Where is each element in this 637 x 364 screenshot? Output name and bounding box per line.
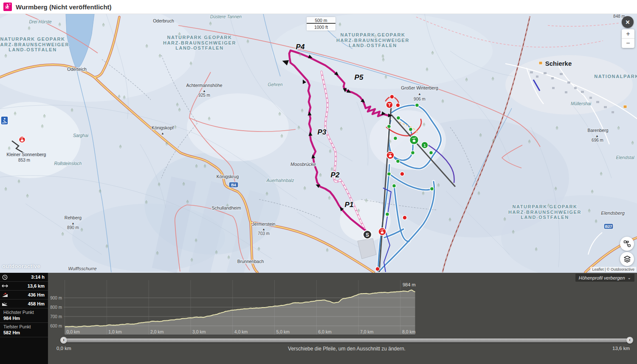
highest-point-value: 984 Hm [3, 316, 45, 321]
tbar-lift-icon [386, 101, 393, 108]
svg-text:Gehren: Gehren [268, 82, 282, 87]
svg-text:925 m: 925 m [198, 93, 210, 98]
svg-text:853 m: 853 m [18, 158, 30, 162]
svg-text:703 m: 703 m [258, 231, 270, 236]
svg-text:Schullandheim: Schullandheim [212, 205, 241, 210]
zoom-out-button[interactable]: − [622, 39, 634, 48]
distance-stat: 13,6 km [0, 282, 48, 291]
svg-text:Rollsteinsloch: Rollsteinsloch [54, 161, 82, 166]
svg-text:Oderbruch: Oderbruch [153, 18, 174, 23]
distance-value: 13,6 km [9, 283, 48, 288]
svg-text:696 m: 696 m [592, 138, 603, 143]
svg-text:P5: P5 [355, 73, 364, 81]
winter-hiking-icon: ✳ [3, 3, 12, 11]
layers-icon [623, 255, 631, 263]
svg-text:906 m: 906 m [414, 97, 426, 101]
svg-text:Schierke: Schierke [545, 60, 572, 67]
profile-toggle-button[interactable]: Höhenprofil verbergen ⌄ [575, 274, 634, 282]
descent-stat: 458 Hm [0, 300, 48, 308]
minus-icon: − [626, 39, 630, 47]
svg-text:P1: P1 [345, 201, 354, 209]
svg-text:Kleiner Sonnenberg: Kleiner Sonnenberg [7, 152, 46, 157]
svg-text:B27: B27 [605, 224, 612, 229]
range-slider-zone: › ‹ 0,0 km Verschiebe die Pfeile, um den… [0, 336, 637, 362]
svg-text:Barenberg: Barenberg [587, 128, 608, 133]
range-slider-track[interactable]: › ‹ [64, 339, 630, 342]
terrain-shading [0, 14, 637, 273]
route-icon [623, 240, 631, 248]
map-container: 1 S NATURPARK GEOPARKHARZ-BRAUNSCHWEIGER… [0, 14, 637, 273]
duration-stat: 3:14 h [0, 273, 48, 282]
descent-icon [0, 302, 9, 306]
slider-handle-left[interactable]: › [60, 337, 67, 344]
route-tools-button[interactable] [620, 237, 634, 251]
svg-text:Achtermannshöhe: Achtermannshöhe [186, 83, 222, 88]
svg-text:Elendstal: Elendstal [616, 155, 634, 160]
highest-point-label: Höchster Punkt [3, 310, 45, 315]
svg-text:7,0 km: 7,0 km [360, 329, 374, 334]
svg-text:▲: ▲ [161, 132, 164, 135]
close-icon: ✕ [626, 19, 630, 25]
svg-text:Königskrug: Königskrug [217, 174, 239, 179]
start-marker[interactable]: S [363, 230, 372, 239]
svg-text:0,0 km: 0,0 km [67, 329, 80, 334]
svg-text:Drei Hörste: Drei Hörste [29, 19, 51, 24]
lift-icon [386, 151, 394, 159]
svg-text:Wulffsschurre: Wulffsschurre [68, 266, 96, 271]
map-canvas[interactable]: 1 S NATURPARK GEOPARKHARZ-BRAUNSCHWEIGER… [0, 14, 637, 273]
svg-text:Müllershai: Müllershai [571, 101, 592, 106]
svg-text:Düstere Tannen: Düstere Tannen [210, 14, 242, 19]
layers-button[interactable] [620, 252, 634, 266]
svg-text:5,0 km: 5,0 km [276, 329, 290, 334]
lift-1-icon: 1 [421, 142, 428, 148]
svg-text:Jermerstein: Jermerstein [252, 221, 276, 227]
duration-icon [0, 274, 9, 280]
svg-text:▲: ▲ [418, 92, 421, 96]
svg-text:600 m: 600 m [50, 324, 62, 328]
chevron-down-icon: ⌄ [628, 275, 631, 280]
elevation-profile-panel: 900 m800 m700 m600 m0,0 km1,0 km2,0 km3,… [0, 273, 637, 364]
lift-icon [410, 136, 419, 145]
svg-text:Sarghai: Sarghai [73, 133, 89, 138]
svg-text:B4: B4 [231, 183, 236, 187]
ascent-stat: 436 Hm [0, 291, 48, 300]
start-marker-label: S [366, 232, 369, 238]
highest-point: Höchster Punkt 984 Hm [0, 308, 48, 323]
svg-text:NATIONALPARK: NATIONALPARK [594, 74, 637, 79]
svg-text:3,0 km: 3,0 km [192, 329, 206, 334]
lift-icon [19, 137, 25, 143]
svg-text:P3: P3 [318, 128, 327, 136]
svg-text:✳: ✳ [8, 3, 11, 6]
header-bar: ✳ Wurmberg (Nicht veröffentlicht) [0, 0, 637, 14]
lowest-point-label: Tiefster Punkt [3, 324, 45, 329]
svg-text:8,0 km: 8,0 km [402, 329, 416, 334]
route-planner-app: ✳ Wurmberg (Nicht veröffentlicht) [0, 0, 637, 364]
arrow-left-icon: ‹ [629, 337, 631, 343]
svg-text:Auerhahnbalz: Auerhahnbalz [266, 178, 295, 183]
svg-text:1,0 km: 1,0 km [108, 329, 122, 334]
svg-text:984 m: 984 m [403, 282, 416, 287]
svg-text:Elendsberg: Elendsberg [601, 210, 625, 216]
slider-handle-right[interactable]: ‹ [626, 337, 633, 344]
svg-text:890 m: 890 m [67, 225, 79, 230]
svg-text:1: 1 [423, 143, 426, 148]
lift-icon [378, 228, 386, 235]
map-attribution: Leaflet | © Outdooractive [590, 267, 636, 272]
slider-max-label: 13,6 km [612, 346, 630, 351]
zoom-control: + − [622, 29, 634, 48]
svg-text:▲: ▲ [262, 227, 265, 231]
close-button[interactable]: ✕ [622, 16, 634, 28]
arrow-right-icon: › [63, 337, 65, 343]
distance-icon [0, 284, 9, 288]
plus-icon: + [626, 30, 630, 37]
svg-text:Oderteich: Oderteich [67, 67, 87, 72]
svg-text:2,0 km: 2,0 km [150, 329, 164, 334]
descent-value: 458 Hm [9, 301, 48, 306]
scale-imperial: 1000 ft [307, 24, 335, 31]
svg-text:Rehberg: Rehberg [65, 215, 82, 220]
svg-text:P2: P2 [331, 171, 340, 179]
svg-text:P4: P4 [296, 43, 305, 51]
svg-text:▲: ▲ [595, 134, 599, 138]
svg-text:Königskopf: Königskopf [152, 125, 174, 130]
zoom-in-button[interactable]: + [622, 29, 634, 39]
